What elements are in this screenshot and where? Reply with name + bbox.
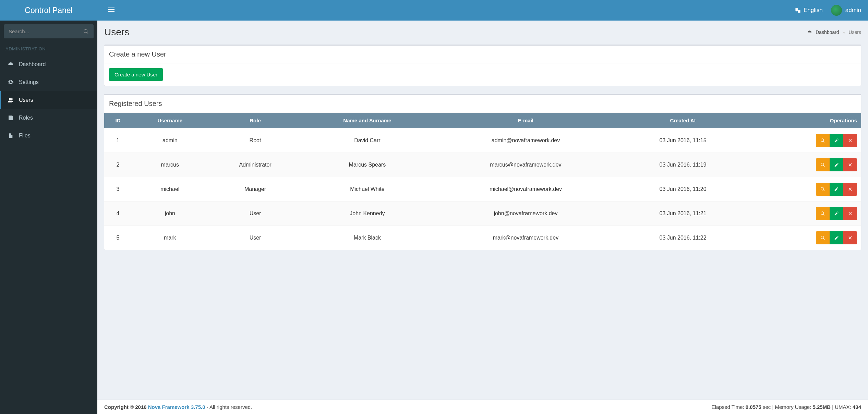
pencil-icon — [834, 187, 839, 192]
breadcrumb-home[interactable]: Dashboard — [816, 29, 839, 35]
sidebar-item-label: Users — [19, 97, 33, 103]
view-button[interactable] — [816, 134, 830, 147]
footer-framework-link[interactable]: Nova Framework 3.75.0 — [148, 404, 205, 410]
edit-button[interactable] — [830, 134, 843, 147]
svg-point-14 — [821, 187, 824, 190]
svg-line-7 — [823, 141, 825, 143]
view-button[interactable] — [816, 158, 830, 171]
view-button[interactable] — [816, 183, 830, 196]
delete-button[interactable] — [843, 231, 857, 244]
search-icon — [820, 138, 825, 143]
table-cell: 03 Jun 2016, 11:22 — [619, 226, 747, 250]
table-cell: 4 — [104, 202, 132, 226]
view-button[interactable] — [816, 207, 830, 220]
search-box — [4, 24, 94, 38]
edit-button[interactable] — [830, 231, 843, 244]
content-wrapper: Users Dashboard » Users Create a new Use… — [97, 21, 868, 400]
brand-logo[interactable]: Control Panel — [0, 0, 97, 21]
table-cell: John Kennedy — [302, 202, 432, 226]
operations-cell — [747, 129, 861, 153]
table-cell: Mark Black — [302, 226, 432, 250]
edit-button[interactable] — [830, 183, 843, 196]
operations-button-group — [816, 183, 857, 196]
column-header: Operations — [747, 113, 861, 129]
close-icon — [848, 138, 852, 143]
sidebar-item-files[interactable]: Files — [0, 127, 97, 145]
users-list-box-header: Registered Users — [104, 95, 861, 113]
table-cell: User — [208, 202, 302, 226]
footer-copyright-prefix: Copyright © 2016 — [104, 404, 148, 410]
search-icon — [820, 235, 825, 240]
create-user-button[interactable]: Create a new User — [109, 68, 163, 81]
table-cell: john — [132, 202, 208, 226]
breadcrumb: Dashboard » Users — [807, 29, 861, 35]
close-icon — [848, 163, 852, 167]
close-icon — [848, 236, 852, 240]
svg-line-23 — [823, 239, 825, 240]
sidebar-item-users[interactable]: Users — [0, 91, 97, 109]
sidebar-item-label: Dashboard — [19, 61, 46, 68]
table-cell: 2 — [104, 153, 132, 177]
delete-button[interactable] — [843, 134, 857, 147]
operations-cell — [747, 153, 861, 177]
sidebar-item-roles[interactable]: Roles — [0, 109, 97, 127]
view-button[interactable] — [816, 231, 830, 244]
operations-cell — [747, 226, 861, 250]
sidebar-nav: DashboardSettingsUsersRolesFiles — [0, 56, 97, 145]
table-cell: 1 — [104, 129, 132, 153]
file-icon — [7, 132, 14, 139]
table-cell: admin — [132, 129, 208, 153]
table-cell: 03 Jun 2016, 11:15 — [619, 129, 747, 153]
pencil-icon — [834, 211, 839, 216]
language-icon — [795, 8, 801, 13]
table-cell: john@novaframework.dev — [432, 202, 619, 226]
svg-line-11 — [823, 166, 825, 167]
avatar — [831, 5, 842, 16]
delete-button[interactable] — [843, 158, 857, 171]
search-input[interactable] — [4, 24, 79, 38]
delete-button[interactable] — [843, 183, 857, 196]
breadcrumb-separator: » — [843, 29, 845, 35]
table-cell: David Carr — [302, 129, 432, 153]
table-cell: 03 Jun 2016, 11:20 — [619, 177, 747, 202]
table-cell: Michael White — [302, 177, 432, 202]
table-header-row: IDUsernameRoleName and SurnameE-mailCrea… — [104, 113, 861, 129]
sidebar-item-label: Roles — [19, 115, 33, 121]
top-navbar: English admin — [97, 0, 868, 21]
svg-point-10 — [821, 163, 824, 166]
svg-point-6 — [821, 139, 824, 142]
svg-point-4 — [9, 98, 11, 100]
footer-copyright-suffix: - All rights reserved. — [207, 404, 252, 410]
cog-icon — [7, 79, 14, 86]
pencil-icon — [834, 162, 839, 167]
language-label: English — [804, 7, 823, 14]
table-row: 5markUserMark Blackmark@novaframework.de… — [104, 226, 861, 250]
users-table: IDUsernameRoleName and SurnameE-mailCrea… — [104, 113, 861, 250]
edit-button[interactable] — [830, 158, 843, 171]
table-cell: marcus@novaframework.dev — [432, 153, 619, 177]
search-icon — [820, 187, 825, 192]
table-row: 4johnUserJohn Kennedyjohn@novaframework.… — [104, 202, 861, 226]
brand-text: Control Panel — [25, 6, 72, 15]
users-list-box: Registered Users IDUsernameRoleName and … — [104, 94, 861, 250]
footer-stats: Elapsed Time: 0.0575 sec | Memory Usage:… — [712, 404, 861, 410]
table-cell: Administrator — [208, 153, 302, 177]
edit-button[interactable] — [830, 207, 843, 220]
sidebar-item-dashboard[interactable]: Dashboard — [0, 56, 97, 73]
user-menu[interactable]: admin — [831, 5, 861, 16]
table-body: 1adminRootDavid Carradmin@novaframework.… — [104, 129, 861, 250]
svg-point-5 — [11, 98, 13, 100]
language-picker[interactable]: English — [795, 7, 823, 14]
delete-button[interactable] — [843, 207, 857, 220]
sidebar-toggle-button[interactable] — [104, 7, 119, 14]
svg-point-22 — [821, 236, 824, 239]
table-row: 3michaelManagerMichael Whitemichael@nova… — [104, 177, 861, 202]
sidebar-item-label: Files — [19, 133, 31, 139]
username-label: admin — [845, 7, 861, 14]
operations-cell — [747, 202, 861, 226]
table-cell: mark@novaframework.dev — [432, 226, 619, 250]
search-button[interactable] — [79, 24, 94, 38]
column-header: Created At — [619, 113, 747, 129]
svg-line-15 — [823, 190, 825, 191]
sidebar-item-settings[interactable]: Settings — [0, 73, 97, 91]
